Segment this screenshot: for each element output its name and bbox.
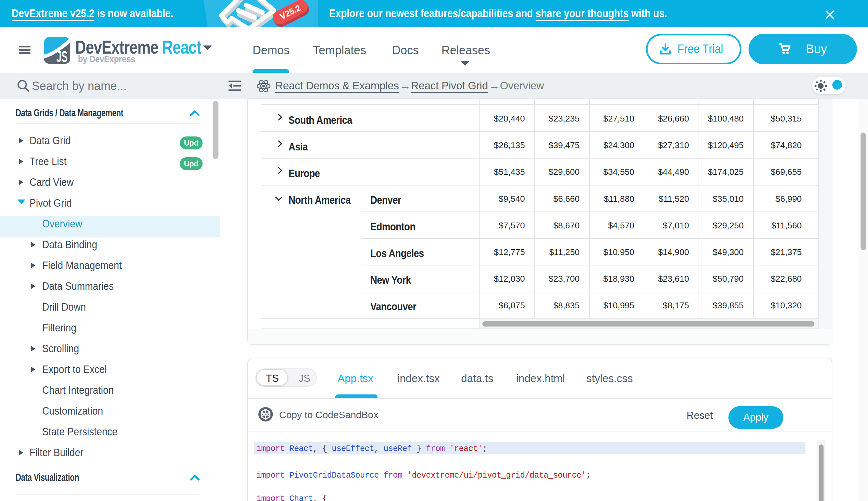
svg-text:JS: JS [56, 48, 67, 64]
